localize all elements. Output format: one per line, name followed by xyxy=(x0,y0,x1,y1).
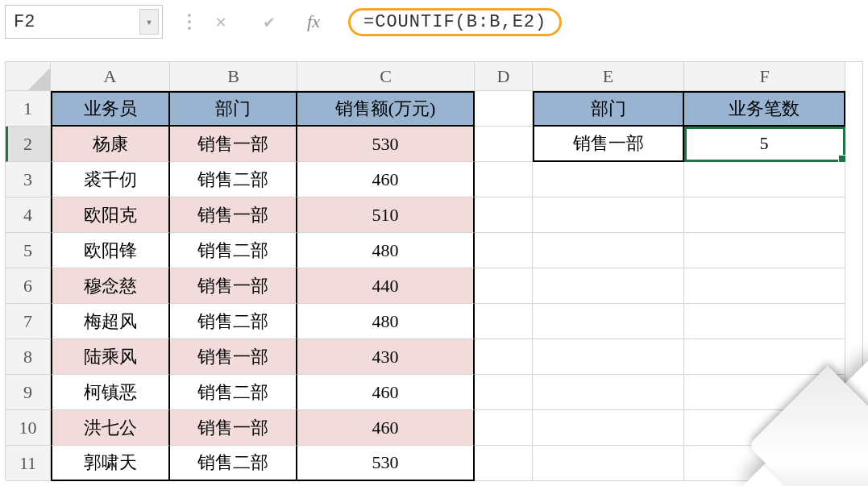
cell-A10[interactable]: 洪七公 xyxy=(51,410,170,446)
cell-E3[interactable] xyxy=(533,162,684,197)
cell-F8[interactable] xyxy=(684,339,845,375)
cell-D6[interactable] xyxy=(475,268,533,304)
cell-B9[interactable]: 销售二部 xyxy=(170,375,297,410)
cell-B8[interactable]: 销售一部 xyxy=(170,339,297,375)
row-header-7[interactable]: 7 xyxy=(6,304,51,339)
cell-E5[interactable] xyxy=(533,233,684,268)
cell-A4[interactable]: 欧阳克 xyxy=(51,197,170,233)
fx-label[interactable]: fx xyxy=(293,5,334,39)
cell-C3[interactable]: 460 xyxy=(297,162,475,197)
select-all-triangle[interactable] xyxy=(6,62,51,91)
cell-C5[interactable]: 480 xyxy=(297,233,475,268)
cell-C2[interactable]: 530 xyxy=(297,127,475,162)
cell-E9[interactable] xyxy=(533,375,684,410)
cell-D11[interactable] xyxy=(475,446,533,481)
cell-E1[interactable]: 部门 xyxy=(533,91,684,127)
row-header-9[interactable]: 9 xyxy=(6,375,51,410)
column-header-E[interactable]: E xyxy=(533,62,684,91)
cell-B6[interactable]: 销售一部 xyxy=(170,268,297,304)
cell-B5[interactable]: 销售二部 xyxy=(170,233,297,268)
row-header-4[interactable]: 4 xyxy=(6,197,51,233)
name-box[interactable]: F2 ▾ xyxy=(5,5,163,39)
cell-E4[interactable] xyxy=(533,197,684,233)
cell-D5[interactable] xyxy=(475,233,533,268)
cell-F6[interactable] xyxy=(684,268,845,304)
cell-D2[interactable] xyxy=(475,127,533,162)
cell-A1[interactable]: 业务员 xyxy=(51,91,170,127)
cell-A9[interactable]: 柯镇恶 xyxy=(51,375,170,410)
cell-F9[interactable] xyxy=(684,375,845,410)
formula-text: =COUNTIF(B:B,E2) xyxy=(348,8,562,36)
cell-A2[interactable]: 杨康 xyxy=(51,127,170,162)
row-2: 2 杨康 销售一部 530 销售一部 5 xyxy=(6,127,862,162)
cell-B10[interactable]: 销售一部 xyxy=(170,410,297,446)
cell-A6[interactable]: 穆念慈 xyxy=(51,268,170,304)
cell-C10[interactable]: 460 xyxy=(297,410,475,446)
cell-A7[interactable]: 梅超风 xyxy=(51,304,170,339)
column-header-F[interactable]: F xyxy=(684,62,845,91)
cell-F11[interactable] xyxy=(684,446,845,481)
cell-D9[interactable] xyxy=(475,375,533,410)
column-header-A[interactable]: A xyxy=(51,62,170,91)
row-header-8[interactable]: 8 xyxy=(6,339,51,375)
column-header-D[interactable]: D xyxy=(475,62,533,91)
cell-D10[interactable] xyxy=(475,410,533,446)
cell-E7[interactable] xyxy=(533,304,684,339)
cell-E11[interactable] xyxy=(533,446,684,481)
row-5: 5 欧阳锋 销售二部 480 xyxy=(6,233,862,268)
cell-F1[interactable]: 业务笔数 xyxy=(684,91,845,127)
row-header-1[interactable]: 1 xyxy=(6,91,51,127)
cell-B2[interactable]: 销售一部 xyxy=(170,127,297,162)
cell-F4[interactable] xyxy=(684,197,845,233)
column-header-B[interactable]: B xyxy=(170,62,297,91)
row-header-2[interactable]: 2 xyxy=(6,127,51,162)
cell-E2[interactable]: 销售一部 xyxy=(533,127,684,162)
row-8: 8 陆乘风 销售一部 430 xyxy=(6,339,862,375)
cell-B7[interactable]: 销售二部 xyxy=(170,304,297,339)
cell-C11[interactable]: 530 xyxy=(297,446,475,481)
cell-F2[interactable]: 5 xyxy=(684,127,845,162)
spreadsheet: A B C D E F 1 业务员 部门 销售额(万元) 部门 业务笔数 2 杨… xyxy=(5,61,863,480)
cell-B1[interactable]: 部门 xyxy=(170,91,297,127)
row-header-10[interactable]: 10 xyxy=(6,410,51,446)
row-4: 4 欧阳克 销售一部 510 xyxy=(6,197,862,233)
cell-F10[interactable] xyxy=(684,410,845,446)
row-header-11[interactable]: 11 xyxy=(6,446,51,481)
row-10: 10 洪七公 销售一部 460 xyxy=(6,410,862,446)
cell-A11[interactable]: 郭啸天 xyxy=(51,446,170,481)
accept-formula-button[interactable]: ✔ xyxy=(245,5,293,39)
formula-bar: F2 ▾ ✕ ✔ fx =COUNTIF(B:B,E2) xyxy=(5,5,863,39)
row-header-5[interactable]: 5 xyxy=(6,233,51,268)
check-icon: ✔ xyxy=(264,11,274,33)
row-header-3[interactable]: 3 xyxy=(6,162,51,197)
cell-A3[interactable]: 裘千仞 xyxy=(51,162,170,197)
cell-C8[interactable]: 430 xyxy=(297,339,475,375)
cell-D4[interactable] xyxy=(475,197,533,233)
cell-B4[interactable]: 销售一部 xyxy=(170,197,297,233)
cell-C4[interactable]: 510 xyxy=(297,197,475,233)
row-header-6[interactable]: 6 xyxy=(6,268,51,304)
cell-D1[interactable] xyxy=(475,91,533,127)
cell-F3[interactable] xyxy=(684,162,845,197)
column-header-C[interactable]: C xyxy=(297,62,475,91)
cell-D8[interactable] xyxy=(475,339,533,375)
cell-D3[interactable] xyxy=(475,162,533,197)
cell-B11[interactable]: 销售二部 xyxy=(170,446,297,481)
cell-F5[interactable] xyxy=(684,233,845,268)
cell-F7[interactable] xyxy=(684,304,845,339)
formula-input[interactable]: =COUNTIF(B:B,E2) xyxy=(334,5,863,39)
cell-D7[interactable] xyxy=(475,304,533,339)
name-box-dropdown-icon[interactable]: ▾ xyxy=(139,9,159,35)
cell-E8[interactable] xyxy=(533,339,684,375)
cell-E6[interactable] xyxy=(533,268,684,304)
cell-A5[interactable]: 欧阳锋 xyxy=(51,233,170,268)
cell-C7[interactable]: 480 xyxy=(297,304,475,339)
cell-C6[interactable]: 440 xyxy=(297,268,475,304)
cell-E10[interactable] xyxy=(533,410,684,446)
cell-C9[interactable]: 460 xyxy=(297,375,475,410)
cell-B3[interactable]: 销售二部 xyxy=(170,162,297,197)
cancel-formula-button[interactable]: ✕ xyxy=(197,5,245,39)
cell-A8[interactable]: 陆乘风 xyxy=(51,339,170,375)
cell-C1[interactable]: 销售额(万元) xyxy=(297,91,475,127)
row-11: 11 郭啸天 销售二部 530 xyxy=(6,446,862,481)
